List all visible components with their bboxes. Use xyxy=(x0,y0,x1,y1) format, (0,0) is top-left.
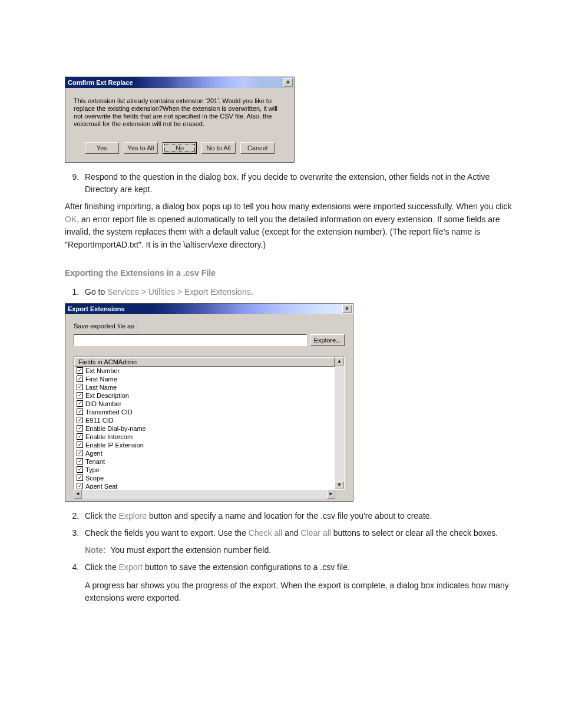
export-dialog-title: Export Extensions xyxy=(68,305,342,312)
dialog-titlebar: Comfirm Ext Replace × xyxy=(65,77,294,88)
step-2: Click the Explore button and specify a n… xyxy=(81,510,512,522)
list-item[interactable]: ✓Enable Intercom xyxy=(74,433,335,441)
explore-button[interactable]: Explore... xyxy=(310,334,345,346)
after-import-paragraph: After finishing importing, a dialog box … xyxy=(65,200,512,252)
list-header[interactable]: Fields in ACMAdmin xyxy=(74,357,335,367)
list-item-label: Agent Seat xyxy=(85,483,117,489)
step-list-9: Respond to the question in the dialog bo… xyxy=(65,171,512,196)
scroll-track-h[interactable] xyxy=(82,489,327,499)
list-item-label: First Name xyxy=(85,375,117,383)
list-item-label: Enable Intercom xyxy=(85,433,133,440)
step-1: Go to Services > Utilities > Export Exte… xyxy=(81,286,512,298)
step-3-ref1: Check all xyxy=(249,528,283,538)
list-item-label: Transmitted CID xyxy=(85,409,133,416)
list-item[interactable]: ✓Last Name xyxy=(74,383,335,391)
list-item-label: E911 CID xyxy=(85,417,114,424)
step-3: Check the fields you want to export. Use… xyxy=(81,527,512,556)
checkbox-icon[interactable]: ✓ xyxy=(77,384,83,390)
step-1-ref: Services > Utilities > Export Extensions xyxy=(107,287,251,297)
step-1-pre: Go to xyxy=(85,287,107,297)
list-item-label: Type xyxy=(85,466,100,473)
dialog-title: Comfirm Ext Replace xyxy=(68,79,283,86)
checkbox-icon[interactable]: ✓ xyxy=(77,442,83,448)
list-item[interactable]: ✓First Name xyxy=(74,375,335,383)
after-import-tail: , an error report file is opened automat… xyxy=(65,215,500,249)
list-item[interactable]: ✓Agent Seat xyxy=(74,482,335,489)
step-2-pre: Click the xyxy=(85,511,119,521)
checkbox-icon[interactable]: ✓ xyxy=(77,483,83,489)
checkbox-icon[interactable]: ✓ xyxy=(77,466,83,473)
list-item-label: Ext Number xyxy=(85,367,120,374)
step-4-ref: Export xyxy=(119,562,143,572)
checkbox-icon[interactable]: ✓ xyxy=(77,425,83,431)
list-item-label: Agent xyxy=(85,450,103,457)
list-item-label: Enable IP Extension xyxy=(85,442,144,449)
step-3-pre: Check the fields you want to export. Use… xyxy=(85,528,249,538)
ok-ref: OK xyxy=(65,215,77,224)
scroll-corner xyxy=(335,489,345,499)
confirm-ext-replace-dialog: Comfirm Ext Replace × This extension lis… xyxy=(65,77,295,163)
list-item-label: Enable Dial-by-name xyxy=(85,425,146,432)
scroll-down-icon[interactable]: ▼ xyxy=(335,481,344,489)
step-9-text: Respond to the question in the dialog bo… xyxy=(81,171,512,196)
list-item[interactable]: ✓Tenant xyxy=(74,457,335,466)
step-2-ref: Explore xyxy=(119,511,147,521)
no-all-button[interactable]: No to All xyxy=(201,142,236,154)
scroll-track[interactable] xyxy=(335,365,344,481)
close-icon[interactable]: × xyxy=(283,78,293,87)
list-item[interactable]: ✓DID Number xyxy=(74,400,335,408)
step-1-post: . xyxy=(251,287,253,297)
step-3-mid: and xyxy=(282,528,300,538)
cancel-button[interactable]: Cancel xyxy=(240,142,275,154)
fields-listview: Fields in ACMAdmin ✓Ext Number✓First Nam… xyxy=(74,357,345,490)
export-titlebar: Export Extensions × xyxy=(65,304,353,314)
list-item[interactable]: ✓Enable Dial-by-name xyxy=(74,424,335,433)
step-2-post: button and specify a name and location f… xyxy=(147,511,432,521)
step-4-pre: Click the xyxy=(85,562,119,572)
checkbox-icon[interactable]: ✓ xyxy=(77,458,83,465)
close-icon[interactable]: × xyxy=(342,305,352,313)
list-item-label: Scope xyxy=(85,475,104,482)
checkbox-icon[interactable]: ✓ xyxy=(77,450,83,456)
checkbox-icon[interactable]: ✓ xyxy=(77,475,83,481)
step-4-post: button to save the extension configurati… xyxy=(143,562,350,572)
checkbox-icon[interactable]: ✓ xyxy=(77,367,83,374)
no-button[interactable]: No xyxy=(163,142,197,154)
list-item[interactable]: ✓Agent xyxy=(74,449,335,457)
vertical-scrollbar[interactable]: ▲ ▼ xyxy=(335,357,344,489)
yes-all-button[interactable]: Yes to All xyxy=(124,142,158,154)
list-item[interactable]: ✓Enable IP Extension xyxy=(74,441,335,449)
list-item[interactable]: ✓Transmitted CID xyxy=(74,408,335,416)
horizontal-scrollbar[interactable]: ◄ ► xyxy=(74,489,345,499)
after-import-pre: After finishing importing, a dialog box … xyxy=(65,202,511,211)
checkbox-icon[interactable]: ✓ xyxy=(77,392,83,398)
list-item-label: Last Name xyxy=(85,384,117,391)
save-as-label: Save exported file as : xyxy=(74,322,345,330)
checkbox-icon[interactable]: ✓ xyxy=(77,433,83,440)
list-item-label: Ext Description xyxy=(85,392,129,399)
checkbox-icon[interactable]: ✓ xyxy=(77,417,83,423)
dialog-button-row: Yes Yes to All No No to All Cancel xyxy=(65,139,294,162)
export-step-list: Go to Services > Utilities > Export Exte… xyxy=(65,286,512,298)
list-item-label: Tenant xyxy=(85,458,105,465)
step-4-extra-paragraph: A progress bar shows you the progress of… xyxy=(85,579,512,605)
note-text: You must export the extension number fie… xyxy=(110,545,271,555)
list-item[interactable]: ✓Scope xyxy=(74,474,335,482)
checkbox-icon[interactable]: ✓ xyxy=(77,375,83,382)
list-item[interactable]: ✓Ext Description xyxy=(74,391,335,400)
yes-button[interactable]: Yes xyxy=(85,142,119,154)
scroll-left-icon[interactable]: ◄ xyxy=(74,489,82,499)
list-item[interactable]: ✓Ext Number xyxy=(74,367,335,375)
scroll-up-icon[interactable]: ▲ xyxy=(335,357,344,365)
scroll-right-icon[interactable]: ► xyxy=(327,489,335,499)
list-item[interactable]: ✓Type xyxy=(74,466,335,474)
dialog-message: This extension list already contains ext… xyxy=(65,88,294,139)
list-item[interactable]: ✓E911 CID xyxy=(74,416,335,424)
checkbox-icon[interactable]: ✓ xyxy=(77,409,83,415)
step-3-ref2: Clear all xyxy=(301,528,331,538)
checkbox-icon[interactable]: ✓ xyxy=(77,400,83,407)
save-path-input[interactable] xyxy=(74,334,307,346)
export-step-list-2: Click the Explore button and specify a n… xyxy=(65,510,512,605)
step-3-post: buttons to select or clear all the check… xyxy=(331,528,498,538)
note-label: Note: xyxy=(85,545,106,555)
